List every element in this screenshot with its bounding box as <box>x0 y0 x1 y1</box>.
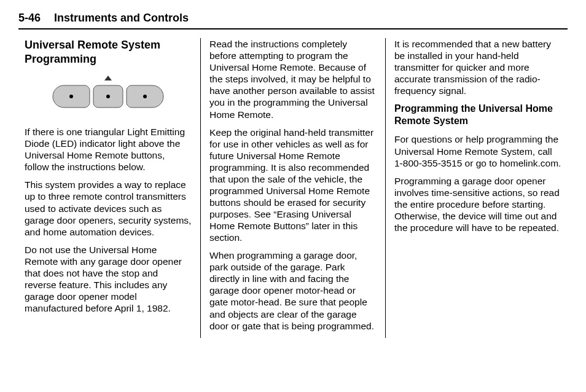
page-number: 5-46 <box>18 11 41 25</box>
column-3: It is recommended that a new battery be … <box>386 38 568 338</box>
svg-marker-0 <box>104 76 112 80</box>
paragraph: Programming a garage door opener involve… <box>394 175 561 233</box>
remote-buttons-figure <box>25 76 192 110</box>
paragraph: For questions or help programming the Un… <box>394 133 561 168</box>
chapter-title: Instruments and Controls <box>54 11 189 25</box>
svg-point-1 <box>69 95 73 98</box>
svg-point-4 <box>143 95 147 98</box>
paragraph: This system provides a way to replace up… <box>25 179 192 237</box>
page-header: 5-46 Instruments and Controls <box>18 11 568 29</box>
svg-point-3 <box>106 95 110 98</box>
content-columns: Universal Remote System Programming If t… <box>18 38 568 338</box>
section-title: Universal Remote System Programming <box>25 38 192 66</box>
paragraph: Keep the original hand-held transmitter … <box>209 127 377 244</box>
paragraph: Read the instructions completely before … <box>209 38 377 120</box>
paragraph: Do not use the Universal Home Remote wit… <box>25 244 192 314</box>
paragraph: When programming a garage door, park out… <box>209 249 377 331</box>
column-1: Universal Remote System Programming If t… <box>18 38 200 338</box>
paragraph: It is recommended that a new battery be … <box>394 38 561 96</box>
subsection-title: Programming the Universal Home Remote Sy… <box>394 103 561 127</box>
column-2: Read the instructions completely before … <box>201 38 385 338</box>
remote-buttons-illustration <box>47 76 170 110</box>
paragraph: If there is one triangular Light Emittin… <box>25 126 192 173</box>
